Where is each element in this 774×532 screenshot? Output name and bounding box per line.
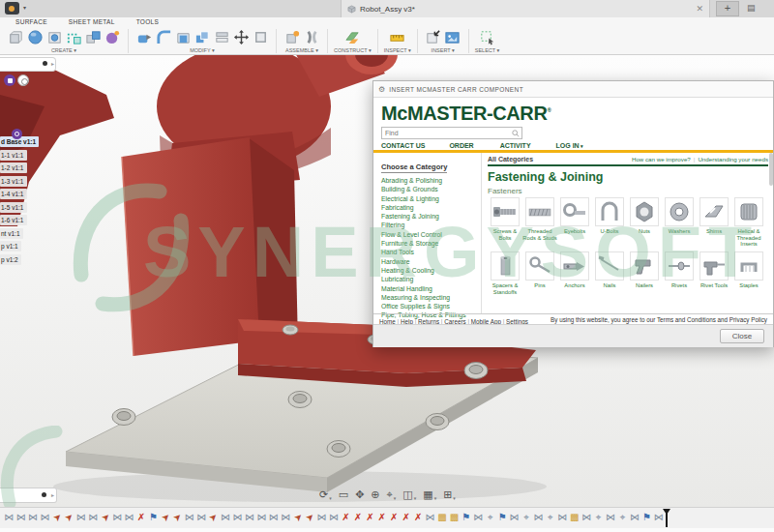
- timeline-pos-icon[interactable]: ⌖: [592, 511, 604, 523]
- category-link-flow-level-control[interactable]: Flow & Level Control: [381, 230, 481, 239]
- timeline-joint-icon[interactable]: ⋈: [424, 511, 435, 523]
- category-link-building-grounds[interactable]: Building & Grounds: [381, 185, 481, 193]
- category-link-filtering[interactable]: Filtering: [381, 221, 481, 229]
- timeline-group-icon[interactable]: ▩: [569, 511, 580, 523]
- product-tile-helical-threaded-inserts[interactable]: Helical & Threaded Inserts: [731, 197, 766, 251]
- home-caret-icon[interactable]: ▾: [23, 4, 26, 11]
- timeline-pos-icon[interactable]: ⌖: [545, 511, 556, 523]
- product-tile-threaded-rods-studs[interactable]: Threaded Rods & Studs: [522, 197, 557, 251]
- timeline-playhead[interactable]: [666, 509, 668, 527]
- grid-settings-icon[interactable]: ▦▾: [423, 488, 436, 501]
- product-tile-spacers-standoffs[interactable]: Spacers & Standoffs: [488, 251, 522, 306]
- nav-link-order[interactable]: ORDER: [449, 142, 473, 149]
- nav-link-contact-us[interactable]: CONTACT US: [381, 142, 425, 149]
- timeline-x-icon[interactable]: ✗: [400, 511, 411, 523]
- comment-input-bar[interactable]: ▸: [0, 57, 56, 72]
- ribbon-group-label[interactable]: SELECT ▾: [475, 47, 500, 53]
- help-link-how-can-we-improve[interactable]: How can we improve?: [632, 156, 691, 163]
- timeline-flag-icon[interactable]: ⚑: [496, 511, 508, 523]
- product-tile-eyebolts[interactable]: Eyebolts: [557, 197, 592, 251]
- product-tile-screws-bolts[interactable]: Screws & Bolts: [488, 197, 522, 251]
- align-tool-icon[interactable]: [252, 29, 269, 46]
- timeline-joint-icon[interactable]: ⋈: [231, 511, 243, 523]
- product-tile-pins[interactable]: Pins: [522, 251, 557, 306]
- ribbon-group-label[interactable]: INSERT ▾: [432, 47, 455, 53]
- move-tool-icon[interactable]: [232, 29, 250, 46]
- product-tile-anchors[interactable]: Anchors: [557, 251, 592, 306]
- timeline-x-icon[interactable]: ✗: [388, 511, 400, 523]
- scrollbar-thumb[interactable]: [769, 153, 773, 186]
- combine-tool-icon[interactable]: [194, 29, 211, 46]
- category-link-hand-tools[interactable]: Hand Tools: [381, 248, 481, 256]
- timeline-joint-icon[interactable]: ⋈: [556, 511, 568, 523]
- shell-tool-icon[interactable]: [174, 29, 192, 46]
- canvas-tool-icon[interactable]: [444, 29, 461, 46]
- ribbon-group-label[interactable]: ASSEMBLE ▾: [285, 47, 318, 53]
- mcmaster-logo[interactable]: McMASTER-CARR®: [381, 103, 551, 125]
- timeline-joint-icon[interactable]: ⋈: [328, 511, 340, 523]
- timeline-flag-icon[interactable]: ⚑: [461, 511, 472, 523]
- measure-tool-icon[interactable]: [389, 29, 406, 46]
- nav-link-log-in[interactable]: LOG IN ▾: [556, 142, 583, 149]
- product-tile-nuts[interactable]: Nuts: [627, 197, 662, 251]
- timeline-joint-icon[interactable]: ⋈: [15, 511, 26, 523]
- timeline-joint-icon[interactable]: ⋈: [508, 511, 520, 523]
- close-button[interactable]: Close: [720, 329, 764, 343]
- display-settings-icon[interactable]: ◫▾: [402, 488, 416, 501]
- browser-item[interactable]: 1-1 v1:1: [0, 150, 27, 161]
- insertmesh-tool-icon[interactable]: [425, 29, 442, 46]
- timeline-flag-icon[interactable]: ⚑: [640, 511, 652, 523]
- joint-tool-icon[interactable]: [303, 29, 320, 46]
- select-tool-icon[interactable]: [479, 29, 496, 46]
- category-link-abrading-polishing[interactable]: Abrading & Polishing: [381, 176, 481, 185]
- avatar-icon[interactable]: [4, 74, 15, 86]
- product-tile-nails[interactable]: Nails: [592, 251, 627, 306]
- timeline-joint-icon[interactable]: ⋈: [605, 511, 616, 523]
- document-tab[interactable]: Robot_Assy v3* ✕: [341, 0, 710, 17]
- category-link-hardware[interactable]: Hardware: [381, 257, 481, 266]
- timeline-joint-icon[interactable]: ⋈: [27, 511, 39, 523]
- split-tool-icon[interactable]: [213, 29, 230, 46]
- form-tool-icon[interactable]: [104, 29, 121, 46]
- category-link-material-handling[interactable]: Material Handling: [381, 284, 481, 293]
- fillet-tool-icon[interactable]: [155, 29, 172, 46]
- breadcrumb[interactable]: All Categories: [488, 156, 533, 163]
- timeline-x-icon[interactable]: ✗: [376, 511, 388, 523]
- browser-item[interactable]: 1-2 v1:1: [0, 163, 27, 173]
- viewports-icon[interactable]: ⊞▾: [443, 488, 456, 501]
- timeline-x-icon[interactable]: ✗: [412, 511, 424, 523]
- browser-item[interactable]: 1-3 v1:1: [0, 176, 27, 187]
- pan-icon[interactable]: ✥: [355, 488, 364, 501]
- timeline-joint-icon[interactable]: ⋈: [629, 511, 640, 523]
- close-tab-icon[interactable]: ✕: [696, 4, 703, 14]
- search-input[interactable]: [382, 130, 512, 136]
- mcmaster-component-icon[interactable]: [12, 129, 22, 139]
- browser-item[interactable]: p v1:2: [0, 254, 21, 265]
- timeline-joint-icon[interactable]: ⋈: [255, 511, 267, 523]
- timeline-pos-icon[interactable]: ⌖: [485, 511, 496, 523]
- browser-item[interactable]: nt v1:1: [0, 228, 23, 239]
- timeline-joint-icon[interactable]: ⋈: [268, 511, 280, 523]
- timeline-pos-icon[interactable]: ⌖: [616, 511, 628, 523]
- browser-item[interactable]: 1-5 v1:1: [0, 202, 27, 213]
- ribbon-group-label[interactable]: CONSTRUCT ▾: [334, 47, 372, 53]
- product-tile-shims[interactable]: Shims: [697, 197, 731, 251]
- timeline-group-icon[interactable]: ▩: [448, 511, 460, 523]
- new-tab-button[interactable]: +: [716, 1, 739, 16]
- orbit-icon[interactable]: ⟳▾: [319, 488, 332, 501]
- sphere-tool-icon[interactable]: [26, 29, 44, 46]
- product-tile-u-bolts[interactable]: U-Bolts: [592, 197, 627, 251]
- plane-tool-icon[interactable]: [343, 29, 361, 46]
- ribbon-group-label[interactable]: CREATE ▾: [51, 47, 76, 53]
- product-tile-rivet-tools[interactable]: Rivet Tools: [697, 251, 731, 306]
- comment-expand-icon[interactable]: ▸: [51, 491, 54, 498]
- browser-item[interactable]: 1-4 v1:1: [0, 189, 27, 199]
- look-at-icon[interactable]: ▭: [339, 488, 348, 501]
- category-link-furniture-storage[interactable]: Furniture & Storage: [381, 239, 481, 248]
- timeline-joint-icon[interactable]: ⋈: [244, 511, 255, 523]
- timeline-x-icon[interactable]: ✗: [364, 511, 375, 523]
- pattern-tool-icon[interactable]: [65, 29, 82, 46]
- product-tile-washers[interactable]: Washers: [662, 197, 697, 251]
- tab-list-icon[interactable]: ▤: [747, 3, 756, 13]
- presspull-tool-icon[interactable]: [135, 29, 153, 46]
